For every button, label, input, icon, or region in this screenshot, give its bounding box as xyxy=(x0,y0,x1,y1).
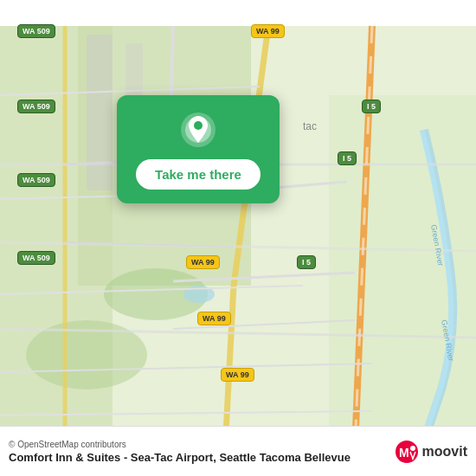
highway-wa509-label-2: WA 509 xyxy=(17,100,55,113)
osm-credit-text: © OpenStreetMap contributors xyxy=(9,440,126,449)
highway-wa99-label-1: WA 99 xyxy=(251,24,285,38)
location-title: Comfort Inn & Suites - Sea-Tac Airport, … xyxy=(9,451,395,464)
svg-text:M: M xyxy=(399,446,409,460)
highway-wa509-label-4: WA 509 xyxy=(17,251,55,265)
highway-wa99-label-2: WA 99 xyxy=(186,255,220,269)
svg-point-17 xyxy=(410,446,415,451)
svg-text:tac: tac xyxy=(303,120,317,132)
highway-wa509-label-1: WA 509 xyxy=(17,24,55,38)
highway-wa99-label-3: WA 99 xyxy=(197,312,231,325)
bottom-left: © OpenStreetMap contributors Comfort Inn… xyxy=(9,440,395,464)
highway-i5-label-3: I 5 xyxy=(297,255,316,269)
moovit-text: moovit xyxy=(422,444,467,460)
highway-i5-label-2: I 5 xyxy=(338,151,357,165)
location-pin-icon xyxy=(179,111,217,149)
osm-credit: © OpenStreetMap contributors xyxy=(9,440,395,449)
highway-wa99-label-4: WA 99 xyxy=(221,368,254,382)
svg-rect-7 xyxy=(87,35,113,190)
moovit-logo: M moovit xyxy=(395,440,467,464)
popup-card: Take me there xyxy=(117,95,280,203)
map-background: tac Green River Green River xyxy=(0,0,476,476)
moovit-brand-icon: M xyxy=(395,440,419,464)
map-container: tac Green River Green River WA 509 WA 50… xyxy=(0,0,476,476)
take-me-there-button[interactable]: Take me there xyxy=(136,159,261,190)
bottom-bar: © OpenStreetMap contributors Comfort Inn… xyxy=(0,426,476,476)
highway-i5-label-1: I 5 xyxy=(362,100,381,113)
svg-point-14 xyxy=(194,121,203,130)
highway-wa509-label-3: WA 509 xyxy=(17,173,55,187)
